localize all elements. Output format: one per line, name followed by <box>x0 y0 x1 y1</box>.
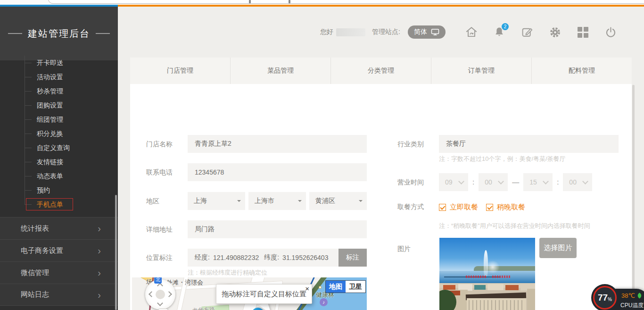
pan-left-icon[interactable] <box>149 291 155 297</box>
language-pill-button[interactable]: 简体 <box>408 25 446 39</box>
sidebar-item-groupbuy[interactable]: 团购设置 <box>0 98 118 112</box>
sidebar: 建站管理后台 开卡即送 活动设置 秒杀管理 团购设置 组团管理 积分兑换 自定义… <box>0 7 118 310</box>
form-body: 门店名称 青青原上草2 联系电话 12345678 地区 上海 上海市 黄浦区 … <box>130 84 632 310</box>
district-select[interactable]: 黄浦区 <box>309 192 367 210</box>
system-monitor-widget[interactable]: 77 % 38℃ CPU温度 <box>593 286 644 310</box>
cpu-temp-label: CPU温度 <box>620 302 644 310</box>
map-canvas[interactable]: 场 外滩・湾璟会 龙华东路 上海世博会 纪念展 上海儿童 艺术剧场 健康林 ♪ … <box>132 277 367 310</box>
industry-input[interactable]: 茶餐厅 <box>439 135 619 153</box>
location-label: 位置标注 <box>146 249 173 267</box>
cpu-usage-gauge: 77 % <box>593 286 617 310</box>
end-minute-value: 00 <box>569 178 577 186</box>
phone-value: 12345678 <box>195 168 224 176</box>
chevron-right-icon: › <box>98 224 101 233</box>
store-name-input[interactable]: 青青原上草2 <box>188 135 367 153</box>
sidebar-section-wechat[interactable]: 微信管理 › <box>0 261 118 284</box>
tab-ingredient-management[interactable]: 配料管理 <box>532 58 632 84</box>
map-pan-control[interactable] <box>145 279 175 310</box>
photo-foreground-building <box>467 298 526 310</box>
sidebar-item-kaikajisong[interactable]: 开卡即送 <box>0 56 118 70</box>
sidebar-scrollbar[interactable] <box>115 195 117 310</box>
checkbox-checked-icon[interactable] <box>439 204 446 211</box>
section-label: 电子商务设置 <box>21 246 63 255</box>
start-minute-select[interactable]: 00 <box>479 173 508 191</box>
sidebar-item-seckill[interactable]: 秒杀管理 <box>0 84 118 98</box>
mark-location-button[interactable]: 标注 <box>339 249 367 267</box>
location-note: 注：根据经纬度进行精确定位 <box>188 268 267 277</box>
pickup-option-label: 立即取餐 <box>450 203 478 212</box>
location-input[interactable]: 经度: 121.490882232 纬度: 31.1952626403 <box>188 249 339 267</box>
province-select[interactable]: 上海 <box>188 192 245 210</box>
section-label: 统计报表 <box>21 224 49 233</box>
edit-icon <box>521 26 534 39</box>
cpu-percent-unit: % <box>608 297 612 302</box>
home-button[interactable] <box>464 25 479 39</box>
tab-dish-management[interactable]: 菜品管理 <box>231 58 331 84</box>
province-value: 上海 <box>194 197 207 205</box>
sidebar-item-activity-settings[interactable]: 活动设置 <box>0 70 118 84</box>
address-bar[interactable] <box>48 0 644 4</box>
store-photo <box>439 238 535 310</box>
chevron-right-icon: › <box>98 290 101 300</box>
manage-site-label: 管理站点: <box>372 28 400 36</box>
map-type-map-button[interactable]: 地图 <box>326 281 346 293</box>
industry-label: 行业类别 <box>397 135 424 153</box>
start-hour-select[interactable]: 09 <box>439 173 468 191</box>
tab-category-management[interactable]: 分类管理 <box>331 58 431 84</box>
sidebar-item-points[interactable]: 积分兑换 <box>0 126 118 141</box>
sidebar-item-teamgroup[interactable]: 组团管理 <box>0 112 118 126</box>
choose-image-button[interactable]: 选择图片 <box>539 238 577 258</box>
map-type-satellite-button[interactable]: 卫星 <box>346 281 365 293</box>
pan-down-icon[interactable] <box>157 300 163 306</box>
pickup-option-later[interactable]: 稍晚取餐 <box>486 203 525 212</box>
browser-edge <box>0 0 644 5</box>
notifications-button[interactable]: 2 <box>492 25 506 39</box>
content-card: 门店管理 菜品管理 分类管理 订单管理 配料管理 门店名称 青青原上草2 联系电… <box>130 58 632 310</box>
sidebar-item-links[interactable]: 友情链接 <box>0 155 118 169</box>
sidebar-item-mobile-order[interactable]: 手机点单 <box>0 197 118 211</box>
end-hour-select[interactable]: 15 <box>523 173 553 191</box>
checkbox-checked-icon[interactable] <box>486 204 493 211</box>
sidebar-section-sitelog[interactable]: 网站日志 › <box>0 284 118 306</box>
gear-icon <box>549 26 561 39</box>
apps-button[interactable] <box>576 25 590 39</box>
sidebar-item-forms[interactable]: 动态表单 <box>0 169 118 183</box>
chevron-down-icon <box>582 178 588 184</box>
address-input[interactable]: 局门路 <box>188 220 367 238</box>
logout-button[interactable] <box>603 25 618 39</box>
end-hour-value: 15 <box>529 178 537 186</box>
grid-icon <box>578 27 588 38</box>
music-poi-icon: ♪ <box>320 298 328 306</box>
cpu-percent: 77 <box>598 293 608 303</box>
tab-order-management[interactable]: 订单管理 <box>431 58 532 84</box>
city-value: 上海市 <box>255 197 274 205</box>
close-icon[interactable]: × <box>305 285 309 293</box>
power-icon <box>604 26 617 39</box>
settings-button[interactable] <box>548 25 562 39</box>
sidebar-item-booking[interactable]: 预约 <box>0 183 118 197</box>
pan-up-icon[interactable] <box>157 283 163 289</box>
language-label: 简体 <box>414 28 427 36</box>
temp-value: 38℃ <box>621 292 635 299</box>
section-label: 网站日志 <box>21 290 49 299</box>
time-colon: : <box>557 173 559 191</box>
end-minute-select[interactable]: 00 <box>563 173 592 191</box>
phone-input[interactable]: 12345678 <box>188 163 367 181</box>
pan-right-icon[interactable] <box>166 291 172 297</box>
sidebar-item-customquery[interactable]: 自定义查询 <box>0 141 118 155</box>
home-icon <box>465 25 478 39</box>
photo-watermark <box>492 276 510 278</box>
chevron-down-icon <box>498 178 504 184</box>
tab-store-management[interactable]: 门店管理 <box>130 58 231 84</box>
sidebar-section-stats[interactable]: 统计报表 › <box>0 217 118 239</box>
content-scrollbar[interactable] <box>632 85 635 310</box>
edit-button[interactable] <box>520 25 534 39</box>
pan-knob[interactable] <box>156 290 165 299</box>
sidebar-menu: 开卡即送 活动设置 秒杀管理 团购设置 组团管理 积分兑换 自定义查询 友情链接… <box>0 56 118 211</box>
pickup-option-immediate[interactable]: 立即取餐 <box>439 203 478 212</box>
tooltip-text: 拖动标注可自定义目标位置 <box>222 290 306 299</box>
sidebar-section-ecommerce[interactable]: 电子商务设置 › <box>0 239 118 261</box>
city-select[interactable]: 上海市 <box>248 192 306 210</box>
hours-label: 营业时间 <box>397 173 424 191</box>
start-minute-value: 00 <box>485 178 492 186</box>
